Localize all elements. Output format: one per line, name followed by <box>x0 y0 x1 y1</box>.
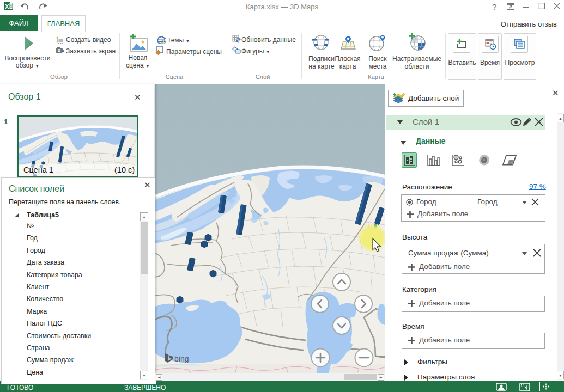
svg-text:Сцена 1: Сцена 1 <box>23 166 53 174</box>
svg-text:(10 с): (10 с) <box>114 166 135 174</box>
svg-text:bing: bing <box>174 354 189 363</box>
